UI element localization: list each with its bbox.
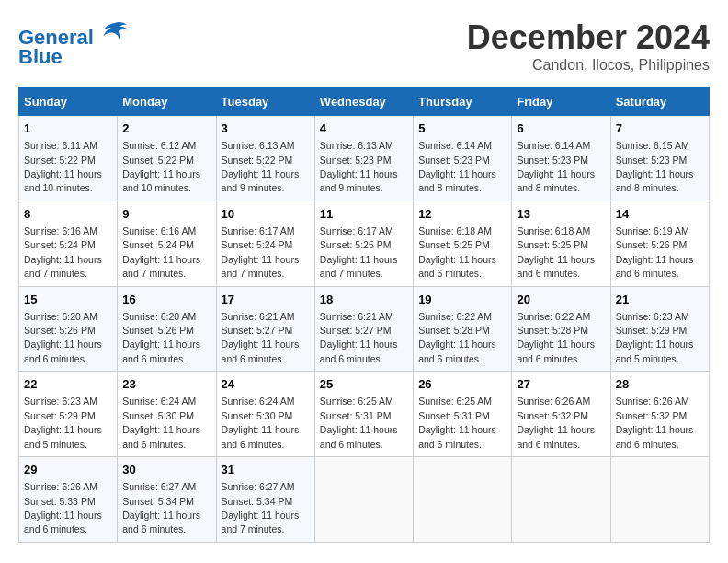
day-number: 26 (418, 376, 506, 393)
calendar-cell (610, 457, 709, 543)
day-number: 4 (320, 121, 408, 137)
day-info: Sunrise: 6:18 AM Sunset: 5:25 PM Dayligh… (418, 225, 496, 279)
day-info: Sunrise: 6:16 AM Sunset: 5:24 PM Dayligh… (122, 225, 200, 279)
day-number: 10 (222, 206, 310, 223)
calendar-cell: 31Sunrise: 6:27 AM Sunset: 5:34 PM Dayli… (216, 457, 314, 543)
col-header-monday: Monday (118, 88, 216, 116)
calendar-cell: 16Sunrise: 6:20 AM Sunset: 5:26 PM Dayli… (118, 286, 216, 372)
calendar-cell: 14Sunrise: 6:19 AM Sunset: 5:26 PM Dayli… (610, 201, 709, 286)
day-number: 2 (122, 121, 210, 137)
calendar-cell: 26Sunrise: 6:25 AM Sunset: 5:31 PM Dayli… (414, 372, 512, 457)
calendar-cell: 25Sunrise: 6:25 AM Sunset: 5:31 PM Dayli… (314, 372, 413, 457)
calendar-cell: 29Sunrise: 6:26 AM Sunset: 5:33 PM Dayli… (19, 457, 118, 543)
day-number: 20 (517, 292, 605, 308)
day-info: Sunrise: 6:26 AM Sunset: 5:32 PM Dayligh… (517, 396, 595, 449)
day-number: 1 (24, 121, 112, 137)
calendar-cell: 19Sunrise: 6:22 AM Sunset: 5:28 PM Dayli… (414, 286, 512, 372)
day-number: 30 (122, 462, 210, 478)
day-number: 31 (222, 462, 310, 478)
day-number: 5 (418, 121, 506, 137)
calendar-cell: 20Sunrise: 6:22 AM Sunset: 5:28 PM Dayli… (512, 286, 610, 372)
day-number: 29 (24, 462, 112, 478)
col-header-saturday: Saturday (610, 88, 709, 116)
calendar-cell: 17Sunrise: 6:21 AM Sunset: 5:27 PM Dayli… (216, 286, 314, 372)
calendar-cell: 13Sunrise: 6:18 AM Sunset: 5:25 PM Dayli… (512, 201, 610, 286)
page-header: General Blue December 2024 Candon, Iloco… (18, 18, 710, 74)
calendar-cell: 21Sunrise: 6:23 AM Sunset: 5:29 PM Dayli… (610, 286, 709, 372)
calendar-cell: 30Sunrise: 6:27 AM Sunset: 5:34 PM Dayli… (118, 457, 216, 543)
day-number: 21 (616, 292, 704, 308)
day-info: Sunrise: 6:13 AM Sunset: 5:23 PM Dayligh… (320, 140, 398, 193)
calendar-cell: 28Sunrise: 6:26 AM Sunset: 5:32 PM Dayli… (610, 372, 709, 457)
day-number: 22 (24, 376, 112, 393)
calendar-cell: 1Sunrise: 6:11 AM Sunset: 5:22 PM Daylig… (19, 116, 118, 201)
main-title: December 2024 (467, 18, 710, 57)
day-info: Sunrise: 6:16 AM Sunset: 5:24 PM Dayligh… (24, 225, 102, 279)
day-info: Sunrise: 6:23 AM Sunset: 5:29 PM Dayligh… (24, 396, 102, 449)
day-number: 16 (122, 292, 210, 308)
header-row: SundayMondayTuesdayWednesdayThursdayFrid… (19, 88, 710, 116)
week-row-1: 1Sunrise: 6:11 AM Sunset: 5:22 PM Daylig… (19, 116, 710, 201)
calendar-cell: 22Sunrise: 6:23 AM Sunset: 5:29 PM Dayli… (19, 372, 118, 457)
day-number: 9 (122, 206, 210, 223)
day-number: 17 (222, 292, 310, 308)
day-info: Sunrise: 6:22 AM Sunset: 5:28 PM Dayligh… (418, 311, 496, 364)
day-number: 19 (418, 292, 506, 308)
day-info: Sunrise: 6:21 AM Sunset: 5:27 PM Dayligh… (320, 311, 398, 364)
day-number: 11 (320, 206, 408, 223)
col-header-thursday: Thursday (414, 88, 512, 116)
day-number: 14 (616, 206, 704, 223)
day-info: Sunrise: 6:20 AM Sunset: 5:26 PM Dayligh… (122, 311, 200, 364)
logo: General Blue (18, 18, 128, 69)
calendar-cell: 10Sunrise: 6:17 AM Sunset: 5:24 PM Dayli… (216, 201, 314, 286)
day-info: Sunrise: 6:27 AM Sunset: 5:34 PM Dayligh… (122, 481, 200, 534)
week-row-3: 15Sunrise: 6:20 AM Sunset: 5:26 PM Dayli… (19, 286, 710, 372)
day-info: Sunrise: 6:14 AM Sunset: 5:23 PM Dayligh… (517, 140, 595, 193)
day-number: 25 (320, 376, 408, 393)
day-number: 7 (616, 121, 704, 137)
day-info: Sunrise: 6:17 AM Sunset: 5:25 PM Dayligh… (320, 225, 398, 279)
day-info: Sunrise: 6:25 AM Sunset: 5:31 PM Dayligh… (320, 396, 398, 449)
calendar-cell: 9Sunrise: 6:16 AM Sunset: 5:24 PM Daylig… (118, 201, 216, 286)
calendar-cell: 18Sunrise: 6:21 AM Sunset: 5:27 PM Dayli… (314, 286, 413, 372)
day-number: 15 (24, 292, 112, 308)
day-number: 28 (616, 376, 704, 393)
day-info: Sunrise: 6:23 AM Sunset: 5:29 PM Dayligh… (616, 311, 694, 364)
day-info: Sunrise: 6:15 AM Sunset: 5:23 PM Dayligh… (616, 140, 694, 193)
calendar-cell: 5Sunrise: 6:14 AM Sunset: 5:23 PM Daylig… (414, 116, 512, 201)
day-info: Sunrise: 6:12 AM Sunset: 5:22 PM Dayligh… (122, 140, 200, 193)
day-number: 13 (517, 206, 605, 223)
logo-bird-icon (102, 18, 128, 44)
week-row-2: 8Sunrise: 6:16 AM Sunset: 5:24 PM Daylig… (19, 201, 710, 286)
day-info: Sunrise: 6:17 AM Sunset: 5:24 PM Dayligh… (222, 225, 300, 279)
calendar-cell: 8Sunrise: 6:16 AM Sunset: 5:24 PM Daylig… (19, 201, 118, 286)
calendar-cell: 7Sunrise: 6:15 AM Sunset: 5:23 PM Daylig… (610, 116, 709, 201)
calendar-cell: 11Sunrise: 6:17 AM Sunset: 5:25 PM Dayli… (314, 201, 413, 286)
day-info: Sunrise: 6:27 AM Sunset: 5:34 PM Dayligh… (222, 481, 300, 534)
day-number: 6 (517, 121, 605, 137)
calendar-table: SundayMondayTuesdayWednesdayThursdayFrid… (18, 87, 710, 543)
subtitle: Candon, Ilocos, Philippines (467, 57, 710, 74)
day-number: 27 (517, 376, 605, 393)
calendar-cell: 24Sunrise: 6:24 AM Sunset: 5:30 PM Dayli… (216, 372, 314, 457)
day-info: Sunrise: 6:13 AM Sunset: 5:22 PM Dayligh… (222, 140, 300, 193)
day-info: Sunrise: 6:19 AM Sunset: 5:26 PM Dayligh… (616, 225, 694, 279)
col-header-wednesday: Wednesday (314, 88, 413, 116)
col-header-sunday: Sunday (19, 88, 118, 116)
day-info: Sunrise: 6:26 AM Sunset: 5:32 PM Dayligh… (616, 396, 694, 449)
day-info: Sunrise: 6:18 AM Sunset: 5:25 PM Dayligh… (517, 225, 595, 279)
col-header-tuesday: Tuesday (216, 88, 314, 116)
day-number: 8 (24, 206, 112, 223)
day-number: 18 (320, 292, 408, 308)
day-number: 3 (222, 121, 310, 137)
calendar-cell (314, 457, 413, 543)
week-row-4: 22Sunrise: 6:23 AM Sunset: 5:29 PM Dayli… (19, 372, 710, 457)
calendar-cell: 3Sunrise: 6:13 AM Sunset: 5:22 PM Daylig… (216, 116, 314, 201)
day-info: Sunrise: 6:26 AM Sunset: 5:33 PM Dayligh… (24, 481, 102, 534)
calendar-cell: 27Sunrise: 6:26 AM Sunset: 5:32 PM Dayli… (512, 372, 610, 457)
week-row-5: 29Sunrise: 6:26 AM Sunset: 5:33 PM Dayli… (19, 457, 710, 543)
col-header-friday: Friday (512, 88, 610, 116)
day-info: Sunrise: 6:22 AM Sunset: 5:28 PM Dayligh… (517, 311, 595, 364)
day-info: Sunrise: 6:11 AM Sunset: 5:22 PM Dayligh… (24, 140, 102, 193)
day-info: Sunrise: 6:24 AM Sunset: 5:30 PM Dayligh… (222, 396, 300, 449)
